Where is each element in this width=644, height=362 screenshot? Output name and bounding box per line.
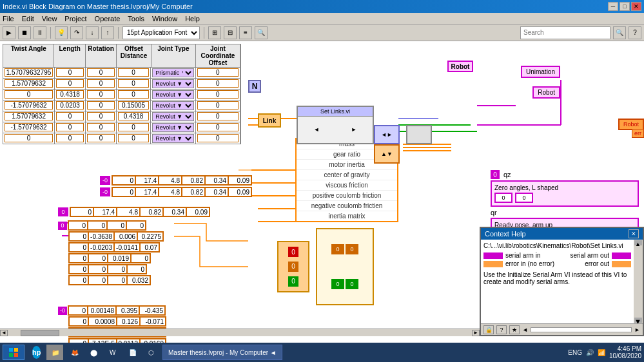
rotation-input-6[interactable] (87, 134, 115, 142)
offset-input-4[interactable] (118, 112, 149, 120)
length-input-5[interactable] (56, 123, 84, 131)
rotation-input-0[interactable] (87, 68, 115, 77)
offset-input-2[interactable] (118, 90, 149, 99)
length-input-6[interactable] (56, 134, 84, 142)
matrix-cell[interactable] (108, 254, 131, 263)
offset-input-5[interactable] (118, 123, 149, 131)
link-block[interactable]: Link (258, 113, 281, 128)
close-button[interactable]: ✕ (631, 2, 641, 11)
sub-block-2[interactable]: ▲▼ (374, 144, 400, 164)
menu-help[interactable]: Help (185, 15, 200, 23)
taskbar-open-item[interactable]: Master thesis.lvproj - My Computer ◄ (162, 345, 282, 360)
rotation-input-3[interactable] (87, 101, 115, 110)
taskbar-chrome[interactable]: ⬤ (85, 345, 102, 360)
data-cell[interactable] (182, 187, 205, 196)
coord-input-5[interactable] (197, 123, 239, 131)
run-button[interactable]: ▶ (3, 26, 15, 39)
joint-select-1[interactable]: Revolut ▼ (152, 79, 193, 88)
matrix-cell[interactable] (139, 306, 165, 315)
matrix-cell[interactable] (88, 243, 114, 252)
hp-taskbar-icon[interactable]: hp (27, 345, 44, 360)
matrix-cell[interactable] (88, 254, 108, 263)
distribute-button[interactable]: ⊟ (224, 26, 237, 39)
zoom-button[interactable]: 🔍 (255, 26, 268, 39)
step-into-button[interactable]: ↓ (86, 26, 99, 39)
data-cell[interactable] (93, 207, 117, 216)
align-button[interactable]: ⊞ (208, 26, 221, 39)
coord-input-2[interactable] (197, 90, 239, 99)
matrix-cell[interactable] (114, 243, 140, 252)
array-block-right[interactable]: 0 0 0 0 (316, 228, 374, 305)
offset-input-3[interactable] (118, 101, 149, 110)
matrix-cell[interactable] (88, 317, 117, 326)
taskbar-files[interactable]: 📁 (46, 345, 63, 360)
rotation-input-1[interactable] (87, 79, 115, 88)
scroll-thumb[interactable] (21, 330, 59, 336)
data-cell[interactable] (70, 207, 93, 216)
data-cell[interactable] (112, 187, 135, 196)
twist-input-5[interactable] (5, 123, 53, 131)
context-help-scrollbar[interactable]: ▲ ▼ (634, 240, 643, 323)
matrix-cell[interactable] (88, 265, 108, 274)
data-cell[interactable] (159, 176, 182, 185)
joint-select-3[interactable]: Revolut ▼ (152, 101, 193, 110)
stop-button[interactable]: ⏹ (18, 26, 31, 39)
length-input-2[interactable] (56, 90, 84, 99)
matrix-cell[interactable] (69, 254, 88, 263)
matrix-cell[interactable] (69, 265, 88, 274)
matrix-cell[interactable] (68, 306, 88, 315)
joint-select-4[interactable]: Revolut ▼ (152, 112, 193, 121)
vi-subblock-1[interactable]: Set Links.vi ◄► (297, 106, 374, 144)
data-cell[interactable] (186, 207, 210, 216)
joint-select-6[interactable]: Revolut ▼ (152, 134, 193, 143)
data-cell[interactable] (159, 187, 182, 196)
rotation-input-4[interactable] (87, 112, 115, 120)
length-input-0[interactable] (56, 68, 84, 77)
help-button[interactable]: ? (629, 26, 641, 39)
matrix-cell[interactable] (140, 243, 159, 252)
data-cell[interactable] (117, 207, 140, 216)
coord-input-1[interactable] (197, 79, 239, 88)
matrix-cell[interactable] (88, 306, 116, 315)
twist-input-4[interactable] (5, 112, 53, 120)
length-input-1[interactable] (56, 79, 84, 88)
matrix-cell[interactable] (131, 254, 150, 263)
twist-input-2[interactable] (5, 90, 53, 99)
search-input[interactable] (520, 26, 610, 39)
sub-block-1[interactable]: ◄► (374, 125, 400, 144)
data-cell[interactable] (135, 176, 159, 185)
joint-select-2[interactable]: Revolut ▼ (152, 90, 193, 99)
matrix-cell[interactable] (116, 306, 139, 315)
matrix-cell[interactable] (88, 232, 114, 241)
ctx-bookmark-button[interactable]: ★ (509, 325, 520, 334)
taskbar-pdf[interactable]: 📄 (124, 345, 141, 360)
offset-input-6[interactable] (118, 134, 149, 142)
start-button[interactable] (3, 345, 24, 360)
step-out-button[interactable]: ↑ (101, 26, 114, 39)
matrix-cell[interactable] (88, 276, 108, 285)
rotation-input-2[interactable] (87, 90, 115, 99)
matrix-cell[interactable] (107, 221, 126, 230)
context-help-close[interactable]: ✕ (629, 229, 639, 238)
scroll-down[interactable]: ▼ (634, 318, 642, 323)
twist-input-1[interactable] (5, 79, 53, 88)
ctx-help-button[interactable]: ? (496, 325, 507, 334)
matrix-cell[interactable] (68, 221, 88, 230)
matrix-cell[interactable] (127, 276, 150, 285)
menu-view[interactable]: View (42, 15, 57, 23)
menu-operate[interactable]: Operate (95, 15, 121, 23)
search-button[interactable]: 🔍 (613, 26, 626, 39)
matrix-cell[interactable] (69, 317, 88, 326)
data-cell[interactable] (112, 176, 135, 185)
joint-select-5[interactable]: Revolut ▼ (152, 123, 193, 132)
ctx-lock-button[interactable]: 🔒 (483, 325, 494, 334)
matrix-cell[interactable] (69, 276, 88, 285)
taskbar-browser[interactable]: 🦊 (66, 345, 83, 360)
joint-select-0[interactable]: Prismatic ▼ (152, 68, 193, 77)
data-cell[interactable] (205, 176, 228, 185)
highlight-button[interactable]: 💡 (55, 26, 68, 39)
sub-block-3[interactable] (406, 125, 432, 144)
matrix-cell[interactable] (137, 232, 163, 241)
coord-input-4[interactable] (197, 112, 239, 120)
n-block[interactable]: N (248, 80, 261, 93)
